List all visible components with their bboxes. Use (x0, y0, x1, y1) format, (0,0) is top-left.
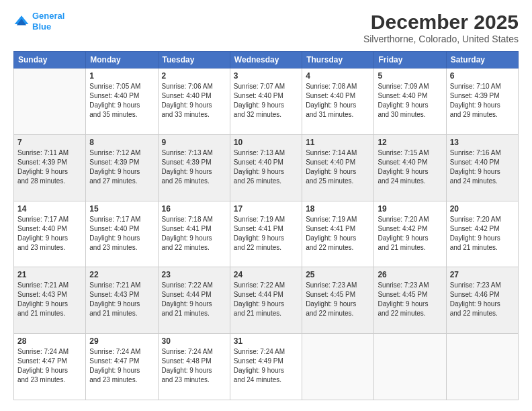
day-number: 29 (89, 336, 154, 346)
day-number: 28 (17, 336, 82, 346)
calendar-cell: 5Sunrise: 7:09 AMSunset: 4:40 PMDaylight… (374, 68, 446, 135)
day-number: 18 (306, 204, 370, 214)
day-info: Sunrise: 7:16 AMSunset: 4:40 PMDaylight:… (450, 148, 515, 186)
day-info: Sunrise: 7:20 AMSunset: 4:42 PMDaylight:… (378, 215, 442, 253)
day-info: Sunrise: 7:23 AMSunset: 4:45 PMDaylight:… (306, 281, 370, 318)
week-row-3: 14Sunrise: 7:17 AMSunset: 4:40 PMDayligh… (14, 201, 519, 267)
calendar-table: SundayMondayTuesdayWednesdayThursdayFrid… (13, 51, 519, 400)
day-info: Sunrise: 7:11 AMSunset: 4:39 PMDaylight:… (17, 148, 82, 186)
calendar-cell: 23Sunrise: 7:22 AMSunset: 4:44 PMDayligh… (158, 267, 230, 334)
day-header-thursday: Thursday (302, 52, 374, 68)
day-header-friday: Friday (374, 52, 446, 68)
day-number: 30 (162, 336, 226, 346)
day-number: 31 (234, 336, 298, 346)
calendar-cell: 11Sunrise: 7:14 AMSunset: 4:40 PMDayligh… (302, 134, 374, 201)
calendar-cell: 14Sunrise: 7:17 AMSunset: 4:40 PMDayligh… (14, 201, 86, 267)
day-info: Sunrise: 7:21 AMSunset: 4:43 PMDaylight:… (89, 281, 154, 318)
calendar-cell: 29Sunrise: 7:24 AMSunset: 4:47 PMDayligh… (86, 334, 158, 400)
calendar-cell: 10Sunrise: 7:13 AMSunset: 4:40 PMDayligh… (230, 134, 302, 201)
day-number: 26 (378, 270, 442, 279)
day-number: 8 (89, 138, 154, 147)
day-number: 7 (17, 138, 82, 147)
day-number: 19 (378, 204, 442, 214)
day-info: Sunrise: 7:09 AMSunset: 4:40 PMDaylight:… (378, 82, 442, 120)
day-info: Sunrise: 7:12 AMSunset: 4:39 PMDaylight:… (89, 148, 154, 186)
day-number: 23 (162, 270, 226, 279)
day-number: 11 (306, 138, 370, 147)
day-info: Sunrise: 7:22 AMSunset: 4:44 PMDaylight:… (162, 281, 226, 318)
calendar-cell: 28Sunrise: 7:24 AMSunset: 4:47 PMDayligh… (14, 334, 86, 400)
calendar-cell (14, 68, 86, 135)
day-info: Sunrise: 7:07 AMSunset: 4:40 PMDaylight:… (234, 82, 298, 120)
logo-line1: General (32, 11, 64, 21)
day-info: Sunrise: 7:21 AMSunset: 4:43 PMDaylight:… (17, 281, 82, 318)
calendar-cell: 1Sunrise: 7:05 AMSunset: 4:40 PMDaylight… (86, 68, 158, 135)
calendar-cell: 22Sunrise: 7:21 AMSunset: 4:43 PMDayligh… (86, 267, 158, 334)
header-row: SundayMondayTuesdayWednesdayThursdayFrid… (14, 52, 519, 68)
calendar-cell: 2Sunrise: 7:06 AMSunset: 4:40 PMDaylight… (158, 68, 230, 135)
logo-icon (13, 13, 30, 30)
day-number: 13 (450, 138, 515, 147)
calendar-cell: 21Sunrise: 7:21 AMSunset: 4:43 PMDayligh… (14, 267, 86, 334)
week-row-1: 1Sunrise: 7:05 AMSunset: 4:40 PMDaylight… (14, 68, 519, 135)
calendar-cell (302, 334, 374, 400)
day-info: Sunrise: 7:24 AMSunset: 4:47 PMDaylight:… (17, 347, 82, 385)
day-info: Sunrise: 7:24 AMSunset: 4:49 PMDaylight:… (234, 347, 298, 385)
calendar-cell: 12Sunrise: 7:15 AMSunset: 4:40 PMDayligh… (374, 134, 446, 201)
main-title: December 2025 (363, 11, 519, 34)
day-info: Sunrise: 7:14 AMSunset: 4:40 PMDaylight:… (306, 148, 370, 186)
calendar-cell: 9Sunrise: 7:13 AMSunset: 4:39 PMDaylight… (158, 134, 230, 201)
calendar-cell: 20Sunrise: 7:20 AMSunset: 4:42 PMDayligh… (446, 201, 518, 267)
day-header-wednesday: Wednesday (230, 52, 302, 68)
day-header-saturday: Saturday (446, 52, 518, 68)
day-info: Sunrise: 7:18 AMSunset: 4:41 PMDaylight:… (162, 215, 226, 253)
day-number: 27 (450, 270, 515, 279)
day-number: 21 (17, 270, 82, 279)
day-header-monday: Monday (86, 52, 158, 68)
week-row-2: 7Sunrise: 7:11 AMSunset: 4:39 PMDaylight… (14, 134, 519, 201)
day-number: 1 (89, 71, 154, 81)
calendar-cell: 19Sunrise: 7:20 AMSunset: 4:42 PMDayligh… (374, 201, 446, 267)
calendar-cell: 24Sunrise: 7:22 AMSunset: 4:44 PMDayligh… (230, 267, 302, 334)
logo-line2: Blue (32, 21, 51, 32)
day-info: Sunrise: 7:17 AMSunset: 4:40 PMDaylight:… (89, 215, 154, 253)
header: General Blue December 2025 Silverthorne,… (13, 11, 519, 44)
day-header-tuesday: Tuesday (158, 52, 230, 68)
calendar-cell: 15Sunrise: 7:17 AMSunset: 4:40 PMDayligh… (86, 201, 158, 267)
day-number: 12 (378, 138, 442, 147)
calendar-cell: 13Sunrise: 7:16 AMSunset: 4:40 PMDayligh… (446, 134, 518, 201)
day-number: 20 (450, 204, 515, 214)
week-row-4: 21Sunrise: 7:21 AMSunset: 4:43 PMDayligh… (14, 267, 519, 334)
day-number: 9 (162, 138, 226, 147)
day-info: Sunrise: 7:22 AMSunset: 4:44 PMDaylight:… (234, 281, 298, 318)
day-info: Sunrise: 7:08 AMSunset: 4:40 PMDaylight:… (306, 82, 370, 120)
day-info: Sunrise: 7:10 AMSunset: 4:39 PMDaylight:… (450, 82, 515, 120)
day-info: Sunrise: 7:19 AMSunset: 4:41 PMDaylight:… (306, 215, 370, 253)
day-number: 17 (234, 204, 298, 214)
calendar-cell: 7Sunrise: 7:11 AMSunset: 4:39 PMDaylight… (14, 134, 86, 201)
day-number: 14 (17, 204, 82, 214)
day-info: Sunrise: 7:24 AMSunset: 4:48 PMDaylight:… (162, 347, 226, 385)
calendar-cell: 31Sunrise: 7:24 AMSunset: 4:49 PMDayligh… (230, 334, 302, 400)
calendar-cell: 4Sunrise: 7:08 AMSunset: 4:40 PMDaylight… (302, 68, 374, 135)
day-number: 24 (234, 270, 298, 279)
calendar-cell (446, 334, 518, 400)
day-number: 2 (162, 71, 226, 81)
calendar-cell: 8Sunrise: 7:12 AMSunset: 4:39 PMDaylight… (86, 134, 158, 201)
day-info: Sunrise: 7:20 AMSunset: 4:42 PMDaylight:… (450, 215, 515, 253)
day-info: Sunrise: 7:24 AMSunset: 4:47 PMDaylight:… (89, 347, 154, 385)
calendar-cell: 26Sunrise: 7:23 AMSunset: 4:45 PMDayligh… (374, 267, 446, 334)
week-row-5: 28Sunrise: 7:24 AMSunset: 4:47 PMDayligh… (14, 334, 519, 400)
logo: General Blue (13, 11, 64, 32)
day-number: 22 (89, 270, 154, 279)
day-info: Sunrise: 7:05 AMSunset: 4:40 PMDaylight:… (89, 82, 154, 120)
calendar-cell: 3Sunrise: 7:07 AMSunset: 4:40 PMDaylight… (230, 68, 302, 135)
day-info: Sunrise: 7:06 AMSunset: 4:40 PMDaylight:… (162, 82, 226, 120)
calendar-cell: 6Sunrise: 7:10 AMSunset: 4:39 PMDaylight… (446, 68, 518, 135)
day-info: Sunrise: 7:15 AMSunset: 4:40 PMDaylight:… (378, 148, 442, 186)
day-number: 6 (450, 71, 515, 81)
day-info: Sunrise: 7:13 AMSunset: 4:40 PMDaylight:… (234, 148, 298, 186)
day-info: Sunrise: 7:23 AMSunset: 4:45 PMDaylight:… (378, 281, 442, 318)
subtitle: Silverthorne, Colorado, United States (363, 34, 519, 44)
day-header-sunday: Sunday (14, 52, 86, 68)
